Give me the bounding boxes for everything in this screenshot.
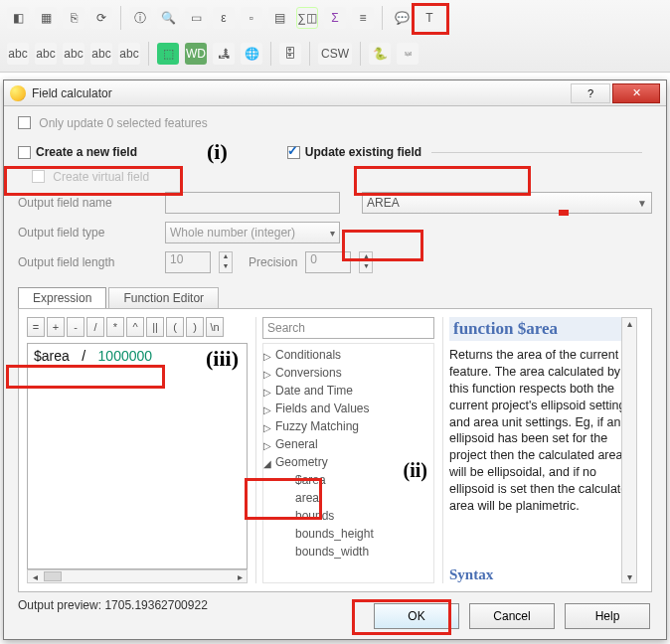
app-icon [10,85,26,101]
tree-node[interactable]: ▷Fields and Values [263,400,433,417]
tree-leaf[interactable]: bounds_width [263,543,433,561]
annotation-iii: (iii) [206,346,239,372]
create-new-checkbox[interactable] [18,146,31,159]
spinner-up-icon[interactable]: ▲ [360,252,372,262]
chevron-down-icon: ▼ [637,198,647,209]
operator-row: = + - / * ^ || ( ) \n [27,317,248,337]
tree-leaf[interactable]: bounds [263,507,433,525]
label-icon[interactable]: abc [90,43,112,65]
hscrollbar[interactable]: ◂▸ [27,569,248,583]
vscrollbar[interactable]: ▴▾ [621,317,637,583]
precision-label: Precision [249,255,297,269]
tab-expression[interactable]: Expression [18,287,106,308]
output-type-select[interactable]: Whole number (integer)▾ [165,222,340,243]
sigma-icon[interactable]: Σ [324,7,346,29]
python-icon[interactable]: 🐍 [369,43,391,65]
plugin-icon[interactable]: 🌐 [241,43,262,65]
op-eq[interactable]: = [27,317,45,337]
precision-input[interactable]: 0 [305,251,351,273]
op-plus[interactable]: + [47,317,65,337]
tip-icon[interactable]: 💬 [391,7,413,29]
toolbar-btn[interactable]: ⎘ [63,7,84,29]
select-expr-icon[interactable]: ε [213,7,235,29]
label-icon[interactable]: abc [35,43,57,65]
tree-node[interactable]: ▷Fuzzy Matching [263,417,433,435]
db-icon[interactable]: 🗄 [279,43,301,65]
op-mul[interactable]: * [106,317,124,337]
stray-mark [559,210,569,216]
plugin-icon[interactable]: 🏞 [213,43,235,65]
info-icon[interactable]: ⓘ [129,7,151,29]
spinner-up-icon[interactable]: ▲ [220,252,232,262]
cancel-button[interactable]: Cancel [469,603,555,629]
label-icon[interactable]: abc [118,43,140,65]
tree-node[interactable]: ▷Date and Time [263,382,433,400]
create-virtual-checkbox[interactable] [32,170,45,183]
table-icon[interactable]: ▤ [268,7,290,29]
op-rparen[interactable]: ) [186,317,204,337]
tree-leaf[interactable]: bounds_height [263,525,433,543]
search-input[interactable]: Search [262,317,434,339]
chevron-down-icon: ▾ [330,228,335,239]
close-button[interactable]: ✕ [612,83,660,103]
deselect-icon[interactable]: ▫ [241,7,262,29]
titlebar: Field calculator ? ✕ [4,80,666,106]
field-calculator-icon[interactable]: ∑◫ [296,7,318,29]
update-existing-checkbox[interactable] [287,146,300,159]
op-div[interactable]: / [86,317,104,337]
plugin-icon[interactable]: ⎃ [397,43,419,65]
help-button[interactable]: Help [565,603,650,629]
field-calculator-dialog: Field calculator ? ✕ Only update 0 selec… [3,80,667,640]
function-tree[interactable]: ▷Conditionals ▷Conversions ▷Date and Tim… [262,343,434,583]
zoom-icon[interactable]: 🔍 [157,7,179,29]
tab-function-editor[interactable]: Function Editor [108,287,219,308]
op-pow[interactable]: ^ [126,317,144,337]
tree-leaf[interactable]: area [263,489,433,507]
label-icon[interactable]: abc [7,43,29,65]
spinner-down-icon[interactable]: ▼ [220,262,232,272]
update-field-select[interactable]: AREA▼ [362,192,652,214]
output-type-label: Output field type [18,226,157,240]
op-lparen[interactable]: ( [166,317,184,337]
tree-node[interactable]: ▷Conversions [263,364,433,382]
label-icon[interactable]: abc [63,43,84,65]
select-rect-icon[interactable]: ▭ [185,7,207,29]
output-name-input[interactable] [165,192,340,214]
tree-node[interactable]: ▷General [263,435,433,453]
output-length-label: Output field length [18,255,157,269]
only-update-label: Only update 0 selected features [39,116,207,130]
create-virtual-label: Create virtual field [53,170,149,184]
help-button[interactable]: ? [571,83,610,103]
toolbar-btn[interactable]: ▦ [35,7,57,29]
update-existing-label: Update existing field [305,145,421,159]
output-length-input[interactable]: 10 [165,251,211,273]
main-toolbar: ◧ ▦ ⎘ ⟳ ⓘ 🔍 ▭ ε ▫ ▤ ∑◫ Σ ≡ 💬 T abc abc a… [0,0,670,73]
output-name-label: Output field name [18,196,157,210]
op-concat[interactable]: || [146,317,164,337]
annotation-ii: (ii) [404,461,427,479]
create-new-label: Create a new field [36,145,137,159]
ok-button[interactable]: OK [374,603,459,629]
measure-icon[interactable]: ≡ [352,7,374,29]
op-minus[interactable]: - [67,317,84,337]
expression-editor[interactable]: $area / 1000000 (iii) [27,343,248,569]
toolbar-btn[interactable]: ◧ [7,7,29,29]
window-title: Field calculator [32,86,112,100]
update-field-value: AREA [367,196,400,210]
plugin-icon[interactable]: WD [185,43,207,65]
tree-node-geometry[interactable]: ◢Geometry (ii) [263,453,433,471]
highlight-toolbar-calc [412,3,449,35]
plugin-icon[interactable]: ⬚ [157,43,179,65]
help-syntax-label: Syntax [449,566,635,583]
annotation-i: (i) [207,139,228,165]
only-update-checkbox[interactable] [18,116,31,129]
csw-icon[interactable]: CSW [318,43,352,65]
spinner-down-icon[interactable]: ▼ [360,262,372,272]
op-newline[interactable]: \n [206,317,224,337]
help-title: function $area [449,317,635,341]
help-body: Returns the area of the current feature.… [449,347,635,557]
tree-node[interactable]: ▷Conditionals [263,346,433,364]
toolbar-btn[interactable]: ⟳ [90,7,112,29]
